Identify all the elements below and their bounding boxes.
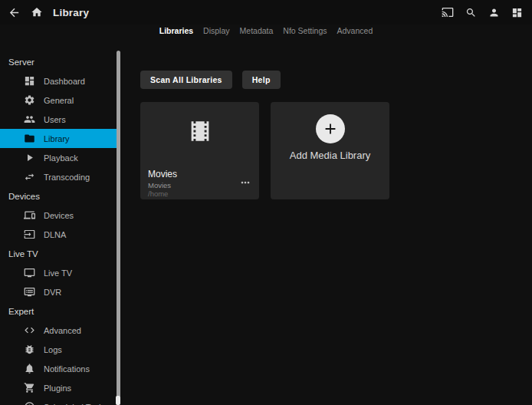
users-icon [24, 114, 35, 125]
sidebar-item-dlna[interactable]: DLNA [0, 225, 117, 244]
tab-advanced[interactable]: Advanced [337, 25, 374, 37]
gear-icon [24, 94, 35, 106]
sidebar-item-label: Plugins [44, 384, 71, 393]
cart-icon [24, 382, 35, 393]
add-circle [316, 114, 345, 143]
sidebar-item-transcoding[interactable]: Transcoding [0, 167, 117, 186]
sidebar-item-playback[interactable]: Playback [0, 148, 117, 167]
add-media-library-card[interactable]: Add Media Library [271, 102, 389, 199]
search-button[interactable] [465, 6, 477, 18]
home-button[interactable] [30, 6, 43, 19]
sidebar-item-general[interactable]: General [0, 91, 117, 110]
sidebar-item-notifications[interactable]: Notifications [0, 359, 117, 378]
dvr-icon [24, 286, 35, 298]
sidebar-item-label: Transcoding [44, 173, 90, 182]
home-icon [31, 6, 43, 18]
sidebar-item-label: DVR [44, 288, 61, 297]
tab-nfo-settings[interactable]: Nfo Settings [282, 25, 327, 37]
help-button[interactable]: Help [242, 71, 281, 89]
sidebar-section-live-tv: Live TV [0, 244, 117, 263]
play-icon [24, 152, 35, 163]
sidebar-item-label: Library [44, 134, 70, 143]
sidebar-item-library[interactable]: Library [0, 129, 117, 148]
devices-icon [24, 209, 35, 221]
sidebar: Server Dashboard General Users Library P… [0, 46, 117, 405]
library-path: /home [148, 189, 168, 198]
bug-icon [24, 344, 35, 355]
sidebar-item-users[interactable]: Users [0, 110, 117, 129]
sidebar-section-server: Server [0, 52, 117, 71]
sidebar-item-dashboard[interactable]: Dashboard [0, 71, 117, 91]
sidebar-item-logs[interactable]: Logs [0, 340, 117, 359]
library-title: Movies [148, 169, 177, 179]
top-bar: Library [0, 0, 532, 25]
cast-button[interactable] [442, 6, 454, 18]
sidebar-item-label: Notifications [44, 364, 90, 374]
topbar-actions [442, 6, 524, 18]
code-icon [24, 324, 35, 336]
sidebar-item-label: Live TV [44, 268, 72, 278]
sidebar-item-label: DLNA [44, 230, 66, 239]
sidebar-item-label: Devices [44, 211, 74, 220]
sidebar-item-label: Advanced [44, 326, 81, 335]
library-toolbar: Scan All Libraries Help [140, 71, 281, 89]
dashboard-grid-button[interactable] [511, 6, 523, 18]
sidebar-item-label: Dashboard [44, 77, 85, 86]
sidebar-item-scheduled-tasks[interactable]: Scheduled Tasks [0, 397, 117, 405]
tv-icon [24, 267, 35, 278]
input-icon [24, 229, 35, 240]
sidebar-item-live-tv[interactable]: Live TV [0, 263, 117, 282]
film-icon [187, 118, 213, 144]
tab-strip: Libraries Display Metadata Nfo Settings … [0, 24, 532, 38]
cast-icon [442, 6, 454, 18]
admin-dashboard-page: Library Libraries Display Metadata Nfo S… [0, 0, 532, 405]
sidebar-item-label: Scheduled Tasks [44, 403, 107, 405]
sidebar-scrollbar-thumb[interactable] [116, 396, 120, 405]
scan-all-libraries-button[interactable]: Scan All Libraries [140, 71, 232, 89]
dashboard-icon [24, 75, 35, 87]
tab-libraries[interactable]: Libraries [159, 25, 194, 37]
folder-icon [24, 133, 35, 144]
page-title: Library [53, 7, 89, 18]
back-button[interactable] [8, 6, 21, 19]
add-media-library-label: Add Media Library [290, 150, 371, 161]
search-icon [465, 7, 477, 18]
sidebar-section-devices: Devices [0, 186, 117, 206]
sidebar-item-label: Logs [44, 345, 62, 354]
sidebar-scrollbar[interactable] [117, 51, 120, 397]
sidebar-item-label: Playback [44, 153, 78, 163]
plus-icon [322, 120, 339, 137]
tab-display[interactable]: Display [202, 25, 230, 37]
sidebar-item-label: Users [44, 115, 66, 124]
more-horiz-icon [239, 176, 251, 189]
user-icon [488, 7, 500, 18]
sidebar-item-dvr[interactable]: DVR [0, 282, 117, 301]
sidebar-item-advanced[interactable]: Advanced [0, 321, 117, 340]
bell-icon [24, 363, 35, 374]
library-subtitle: Movies [148, 181, 171, 189]
arrow-back-icon [8, 6, 21, 19]
sidebar-item-devices[interactable]: Devices [0, 206, 117, 225]
clock-icon [24, 401, 35, 405]
swap-arrows-icon [24, 171, 35, 183]
sidebar-item-plugins[interactable]: Plugins [0, 378, 117, 397]
tab-metadata[interactable]: Metadata [239, 25, 274, 37]
sidebar-section-expert: Expert [0, 301, 117, 321]
library-card-movies[interactable]: Movies Movies /home [140, 102, 259, 199]
library-menu-button[interactable] [238, 176, 252, 187]
sidebar-item-label: General [44, 96, 74, 105]
dashboard-grid-icon [511, 7, 523, 18]
user-button[interactable] [488, 6, 500, 18]
